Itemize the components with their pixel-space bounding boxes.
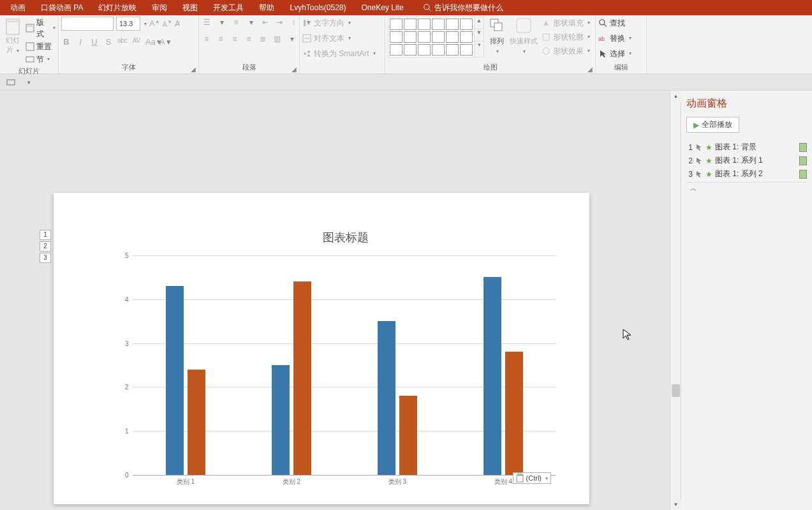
bar-系列 2-类别 1[interactable] (188, 370, 205, 475)
char-spacing-button[interactable]: AV (131, 37, 142, 47)
align-right-button[interactable]: ≡ (230, 34, 240, 43)
menu-lvyhtools[interactable]: LvyhTools(0528) (282, 0, 353, 15)
bar-系列 1-类别 3[interactable] (378, 321, 395, 475)
arrange-button[interactable]: 排列▾ (488, 17, 506, 55)
animation-list-item[interactable]: 3★图表 1: 系列 2 (686, 167, 807, 181)
bold-button[interactable]: B (61, 37, 71, 47)
shadow-button[interactable]: abc (117, 37, 128, 47)
svg-line-20 (604, 24, 607, 27)
select-button[interactable]: 选择▾ (598, 47, 631, 60)
quickbar-customize[interactable]: ▾ (23, 77, 34, 88)
line-spacing-button[interactable]: ↕ (288, 18, 299, 27)
scroll-thumb[interactable] (672, 384, 680, 397)
increase-font-icon[interactable]: A▲ (149, 19, 160, 28)
bar-系列 2-类别 4[interactable] (505, 352, 523, 475)
distribute-button[interactable]: ≣ (258, 34, 268, 43)
anim-tag-3[interactable]: 3 (40, 253, 51, 263)
bar-系列 1-类别 1[interactable] (166, 286, 184, 475)
menu-devtools[interactable]: 开发工具 (205, 0, 251, 15)
menu-onekey[interactable]: OneKey Lite (354, 0, 411, 15)
shape-outline-button[interactable]: 形状轮廓▾ (542, 31, 590, 43)
tell-me-search[interactable]: 告诉我你想要做什么 (423, 3, 503, 13)
new-slide-icon (5, 18, 20, 36)
svg-point-13 (307, 54, 310, 57)
menu-pocket-anim[interactable]: 口袋动画 PA (33, 0, 91, 15)
anim-tag-1[interactable]: 1 (40, 230, 51, 240)
svg-rect-24 (518, 474, 522, 476)
increase-indent-button[interactable]: ⇥ (274, 18, 284, 27)
svg-rect-3 (8, 20, 18, 22)
anim-item-number: 2 (686, 156, 693, 165)
italic-button[interactable]: I (75, 37, 85, 47)
bar-系列 2-类别 2[interactable] (293, 281, 311, 475)
x-category-label: 类别 3 (388, 477, 406, 486)
menu-review[interactable]: 审阅 (144, 0, 175, 15)
align-left-button[interactable]: ≡ (202, 34, 212, 43)
justify-button[interactable]: ≡ (244, 34, 254, 43)
shape-effects-button[interactable]: 形状效果▾ (542, 45, 590, 57)
slide[interactable]: 1 2 3 图表标题 012345类别 1类别 2类别 3类别 4 (Ctrl)… (54, 193, 589, 504)
menu-help[interactable]: 帮助 (251, 0, 282, 15)
underline-button[interactable]: U (89, 37, 100, 47)
slide-canvas-area[interactable]: 1 2 3 图表标题 012345类别 1类别 2类别 3类别 4 (Ctrl)… (0, 91, 670, 510)
quick-styles-button[interactable]: 快速样式▾ (510, 17, 538, 55)
collapse-list-button[interactable]: ︽ (686, 182, 807, 194)
shapes-scroll-up[interactable]: ▲ (475, 17, 484, 29)
change-case-button[interactable]: Aa▾ (145, 37, 156, 47)
animation-list-item[interactable]: 2★图表 1: 系列 1 (686, 154, 807, 167)
strikethrough-button[interactable]: S (103, 37, 114, 47)
font-dialog-launcher[interactable]: ◢ (191, 66, 197, 72)
text-direction-button[interactable]: 文字方向▾ (302, 17, 351, 29)
animation-pane-title: 动画窗格 (686, 97, 807, 110)
bar-系列 1-类别 2[interactable] (272, 365, 290, 475)
anim-duration-bar[interactable] (799, 170, 807, 179)
shapes-expand[interactable]: ▾ (475, 41, 484, 54)
find-button[interactable]: 查找 (598, 17, 625, 29)
section-button[interactable]: 节▾ (26, 54, 55, 65)
quickbar-item-1[interactable] (5, 77, 17, 88)
menu-animations[interactable]: 动画 (3, 0, 33, 15)
clear-formatting-icon[interactable]: A̷ (175, 19, 180, 28)
scroll-up-button[interactable]: ▲ (670, 91, 681, 101)
decrease-font-icon[interactable]: A▼ (163, 19, 172, 28)
anim-tag-2[interactable]: 2 (40, 241, 51, 251)
numbering-button[interactable]: ≡ (231, 18, 241, 27)
reset-button[interactable]: 重置 (26, 41, 55, 52)
new-slide-button[interactable]: 幻灯 片 ▾ (3, 17, 23, 55)
font-color-button[interactable]: A▾ (159, 37, 170, 47)
scroll-down-button[interactable]: ▼ (670, 499, 681, 510)
star-icon: ★ (705, 143, 712, 152)
bar-系列 2-类别 3[interactable] (399, 396, 417, 475)
svg-line-1 (428, 9, 431, 11)
decrease-indent-button[interactable]: ⇤ (260, 18, 270, 27)
replace-button[interactable]: ab替换▾ (598, 32, 631, 45)
align-text-button[interactable]: 对齐文本▾ (302, 32, 351, 45)
reset-icon (26, 42, 34, 51)
play-all-button[interactable]: ▶ 全部播放 (686, 117, 739, 133)
anim-duration-bar[interactable] (799, 143, 807, 152)
layout-button[interactable]: 版式▾ (26, 17, 55, 40)
drawing-dialog-launcher[interactable]: ◢ (587, 66, 594, 72)
shape-fill-button[interactable]: 形状填充▾ (542, 17, 590, 29)
svg-point-18 (543, 48, 549, 54)
chart[interactable]: 图表标题 012345类别 1类别 2类别 3类别 4 (122, 230, 569, 498)
columns-button[interactable]: ▥ (272, 34, 282, 43)
shapes-scroll-down[interactable]: ▼ (475, 29, 484, 41)
animation-list-item[interactable]: 1★图表 1: 背景 (686, 140, 807, 154)
paragraph-dialog-launcher[interactable]: ◢ (292, 66, 298, 72)
vertical-scrollbar[interactable]: ▲ ▼ (670, 91, 681, 510)
svg-rect-16 (517, 19, 531, 33)
font-size-input[interactable] (116, 17, 140, 31)
font-name-input[interactable] (61, 17, 114, 31)
paste-options-button[interactable]: (Ctrl)▾ (513, 472, 551, 484)
section-icon (26, 55, 34, 64)
bar-系列 1-类别 4[interactable] (484, 277, 501, 475)
menu-view[interactable]: 视图 (175, 0, 205, 15)
convert-smartart-button[interactable]: 转换为 SmartArt▾ (302, 47, 376, 60)
menu-slideshow[interactable]: 幻灯片放映 (91, 0, 144, 15)
shapes-gallery[interactable] (388, 17, 475, 57)
anim-duration-bar[interactable] (799, 156, 807, 165)
bullets-button[interactable]: ☰ (202, 18, 212, 27)
align-center-button[interactable]: ≡ (216, 34, 226, 43)
star-icon: ★ (705, 170, 712, 179)
